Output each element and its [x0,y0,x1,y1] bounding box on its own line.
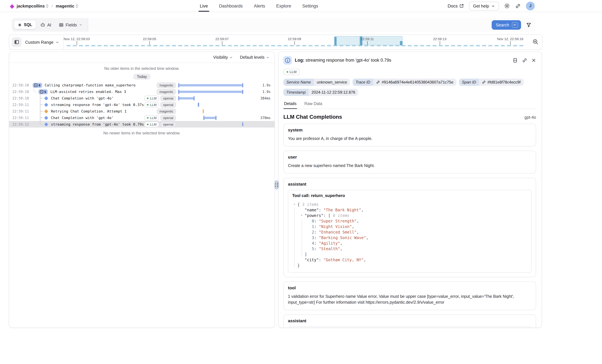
toggle-layout-button[interactable] [513,58,518,63]
collapse-caret-icon[interactable]: › [299,214,305,217]
detail-tab-details[interactable]: Details [283,100,297,109]
theme-toggle-button[interactable] [504,3,510,9]
org-switcher[interactable]: jackmpcollins [17,3,49,8]
json-str: "Agility" [319,241,340,245]
log-row[interactable]: 22:59:12streaming response from 'gpt-4o'… [9,121,275,127]
log-row-message: streaming response from 'gpt-4o' took 0.… [51,103,144,107]
json-line: } [292,263,527,268]
meta-value[interactable]: #fd81e8f78c4ecc9f [479,79,524,86]
tag-llm[interactable]: LLM [144,102,159,107]
log-row-time: 22:59:11 [9,116,31,120]
json-punc: : [314,219,319,223]
tag-magentic[interactable]: magentic [157,108,176,114]
logfire-logo-icon[interactable] [10,3,14,9]
log-row-tags: magentic [157,108,176,114]
collapse-minus-icon [40,90,43,94]
tag-llm[interactable]: LLM [283,69,300,75]
split-panel-icon [513,58,518,63]
log-row-waterfall [179,108,252,114]
json-punc: , [357,219,359,223]
log-row-time: 22:59:11 [9,103,31,107]
panel-resize-handle[interactable] [274,180,279,189]
collapse-badge[interactable]: 5 [38,89,48,94]
waterfall-bar [179,97,194,99]
waterfall-tick [203,109,204,113]
detail-tab-raw-data[interactable]: Raw Data [304,100,323,109]
timeline-track[interactable]: Nov 12, 22:59:0322:59:0522:59:0722:59:09… [9,35,542,49]
json-meta: 6 items [333,213,349,218]
avatar[interactable]: J [526,1,535,10]
diamond-blue-icon [44,122,48,126]
filter-button[interactable] [526,22,531,28]
json-str: "Gotham City, NY" [323,258,364,262]
meta-span-id: Span ID#fd81e8f78c4ecc9f [459,79,524,86]
docs-link[interactable]: Docs [448,3,464,8]
sql-mode-button[interactable]: SQL [14,21,36,29]
sql-label: SQL [24,22,32,27]
json-punc: : [319,208,323,212]
tab-explore[interactable]: Explore [276,0,291,12]
log-row-message: streaming response from 'gpt-4o' took 0.… [51,122,144,126]
log-row-icon [31,110,48,113]
log-row[interactable]: 22:59:11Chat Completion with 'gpt-4o'LLM… [9,114,275,121]
collapse-caret-icon[interactable]: › [292,203,297,206]
json-punc: , [340,241,342,245]
toggle-sidebar-button[interactable] [12,37,22,47]
query-input[interactable]: Search ↵ [88,18,535,32]
collapse-badge[interactable]: 6 [33,83,42,88]
waterfall-tick [198,103,199,107]
tag-llm[interactable]: LLM [144,122,159,127]
meta-label: Timestamp [283,89,309,96]
tag-magentic[interactable]: magentic [157,89,176,94]
histogram-bar [400,41,403,45]
json-str: "Barking Sonic Wave" [319,235,366,240]
tab-settings[interactable]: Settings [302,0,318,12]
close-button[interactable] [531,58,536,63]
custom-range-label: Custom Range [25,40,53,44]
tag-openai[interactable]: openai [161,122,176,127]
share-link-button[interactable] [515,3,521,9]
fields-button[interactable]: Fields [55,21,85,29]
detail-header-actions [513,58,536,63]
tag-magentic[interactable]: magentic [157,82,176,88]
meta-timestamp: Timestamp2024-11-12 22:59:12.876 [283,89,358,96]
log-row-message: Chat Completion with 'gpt-4o' [51,116,114,120]
project-switcher[interactable]: magentic [56,3,78,8]
tab-live[interactable]: Live [200,0,208,12]
timeline-tick-mark [222,41,222,45]
json-punc: : [ [323,213,333,218]
log-row[interactable]: 22:59:105LLM-assisted retries enabled. M… [9,88,275,95]
tab-alerts[interactable]: Alerts [254,0,265,12]
default-levels-dropdown[interactable]: Default levels [240,55,269,60]
tool-call-title: Tool call: return_superhero [292,193,527,198]
divider [63,35,64,49]
log-row[interactable]: 22:59:11Retrying Chat Completion. Attemp… [9,108,275,114]
meta-value: 2024-11-12 22:59:12.876 [309,89,358,96]
tag-openai[interactable]: openai [161,95,176,101]
timeline-tick-mark [77,41,77,45]
meta-value[interactable]: #9146a6974e4e6140538043607a71c75e [373,79,456,86]
copy-link-button[interactable] [522,58,527,63]
log-row[interactable]: 22:59:106Calling chatprompt-function mak… [9,82,275,88]
tag-llm[interactable]: LLM [144,95,159,101]
top-nav: jackmpcollins / magentic LiveDashboardsA… [0,0,602,12]
log-row[interactable]: 22:59:11streaming response from 'gpt-4o'… [9,102,275,108]
tag-llm[interactable]: LLM [144,115,159,121]
json-key: "name" [305,208,319,212]
get-help-button[interactable]: Get help [469,1,499,10]
app-viewport: jackmpcollins / magentic LiveDashboardsA… [0,0,602,364]
query-mode-buttons: SQL AI Fields [12,18,88,32]
json-idx: 1 [312,224,314,229]
json-line: 5: "Stealth", [292,246,527,252]
log-row[interactable]: 22:59:10Chat Completion with 'gpt-4o'LLM… [9,95,275,102]
ai-mode-button[interactable]: AI [37,20,54,29]
tag-openai[interactable]: openai [161,115,176,121]
custom-range-dropdown[interactable]: Custom Range [25,40,59,44]
tab-dashboards[interactable]: Dashboards [219,0,243,12]
zoom-in-button[interactable] [532,39,539,45]
tag-openai[interactable]: openai [161,102,176,107]
visibility-dropdown[interactable]: Visibility [213,55,233,60]
enter-key-hint: ↵ [512,22,518,28]
log-row-duration: 370ms [252,116,275,120]
search-button[interactable]: Search ↵ [492,20,521,30]
